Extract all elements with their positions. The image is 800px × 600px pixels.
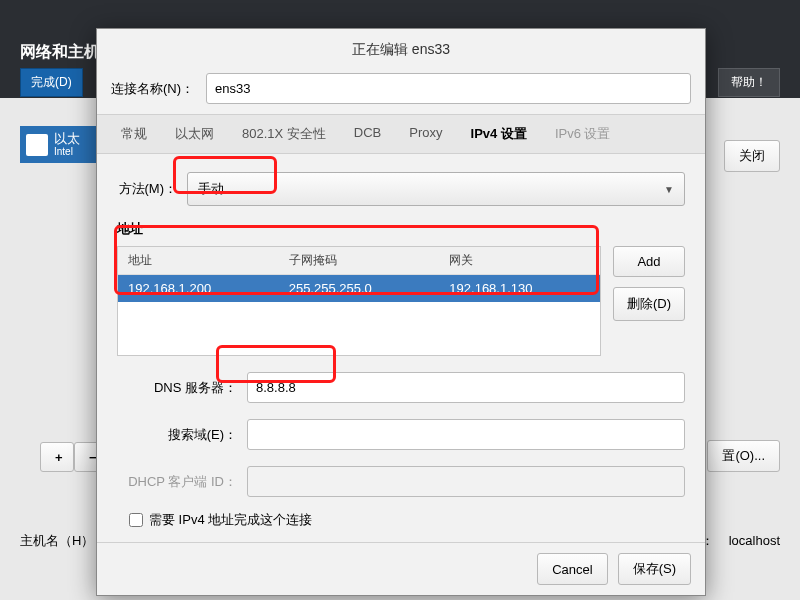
hostname-value: localhost — [729, 533, 780, 548]
cell-address: 192.168.1.200 — [118, 275, 279, 302]
tab-ipv4[interactable]: IPv4 设置 — [457, 115, 541, 153]
tab-security[interactable]: 802.1X 安全性 — [228, 115, 340, 153]
cell-netmask: 255.255.255.0 — [279, 275, 440, 302]
help-button[interactable]: 帮助！ — [718, 68, 780, 97]
close-button[interactable]: 关闭 — [724, 140, 780, 172]
address-row[interactable]: 192.168.1.200 255.255.255.0 192.168.1.13… — [118, 275, 600, 302]
tab-ethernet[interactable]: 以太网 — [161, 115, 228, 153]
cell-gateway: 192.168.1.130 — [439, 275, 600, 302]
col-gateway: 网关 — [439, 247, 600, 274]
dhcp-client-id-label: DHCP 客户端 ID： — [117, 473, 237, 491]
address-table-header: 地址 子网掩码 网关 — [118, 247, 600, 275]
dns-label: DNS 服务器： — [117, 379, 237, 397]
hostname-label: 主机名（H） — [20, 532, 94, 550]
eth-label: 以太 — [54, 132, 80, 146]
tab-dcb[interactable]: DCB — [340, 115, 395, 153]
conn-name-label: 连接名称(N)： — [111, 80, 194, 98]
eth-sublabel: Intel — [54, 146, 80, 157]
chevron-down-icon: ▼ — [664, 184, 674, 195]
col-address: 地址 — [118, 247, 279, 274]
done-button[interactable]: 完成(D) — [20, 68, 83, 97]
dhcp-client-id-input — [247, 466, 685, 497]
tab-ipv6[interactable]: IPv6 设置 — [541, 115, 625, 153]
cancel-button[interactable]: Cancel — [537, 553, 607, 585]
search-domain-input[interactable] — [247, 419, 685, 450]
method-label: 方法(M)： — [117, 180, 177, 198]
ethernet-icon — [26, 134, 48, 156]
method-value: 手动 — [198, 180, 224, 198]
col-netmask: 子网掩码 — [279, 247, 440, 274]
edit-connection-dialog: 正在编辑 ens33 连接名称(N)： 常规 以太网 802.1X 安全性 DC… — [96, 28, 706, 596]
add-interface-button[interactable]: + — [40, 442, 74, 472]
tab-general[interactable]: 常规 — [107, 115, 161, 153]
method-dropdown[interactable]: 手动 ▼ — [187, 172, 685, 206]
dialog-title: 正在编辑 ens33 — [97, 29, 705, 69]
tabs: 常规 以太网 802.1X 安全性 DCB Proxy IPv4 设置 IPv6… — [97, 114, 705, 154]
save-button[interactable]: 保存(S) — [618, 553, 691, 585]
require-ipv4-label: 需要 IPv4 地址完成这个连接 — [149, 511, 312, 529]
search-domain-label: 搜索域(E)： — [117, 426, 237, 444]
delete-address-button[interactable]: 删除(D) — [613, 287, 685, 321]
dns-input[interactable] — [247, 372, 685, 403]
tab-proxy[interactable]: Proxy — [395, 115, 456, 153]
address-section-title: 地址 — [117, 220, 685, 238]
page-title: 网络和主机 — [20, 42, 100, 63]
configure-button[interactable]: 置(O)... — [707, 440, 780, 472]
add-address-button[interactable]: Add — [613, 246, 685, 277]
network-interface-item[interactable]: 以太 Intel — [20, 126, 100, 163]
conn-name-input[interactable] — [206, 73, 691, 104]
address-table[interactable]: 地址 子网掩码 网关 192.168.1.200 255.255.255.0 1… — [117, 246, 601, 356]
require-ipv4-checkbox[interactable] — [129, 513, 143, 527]
